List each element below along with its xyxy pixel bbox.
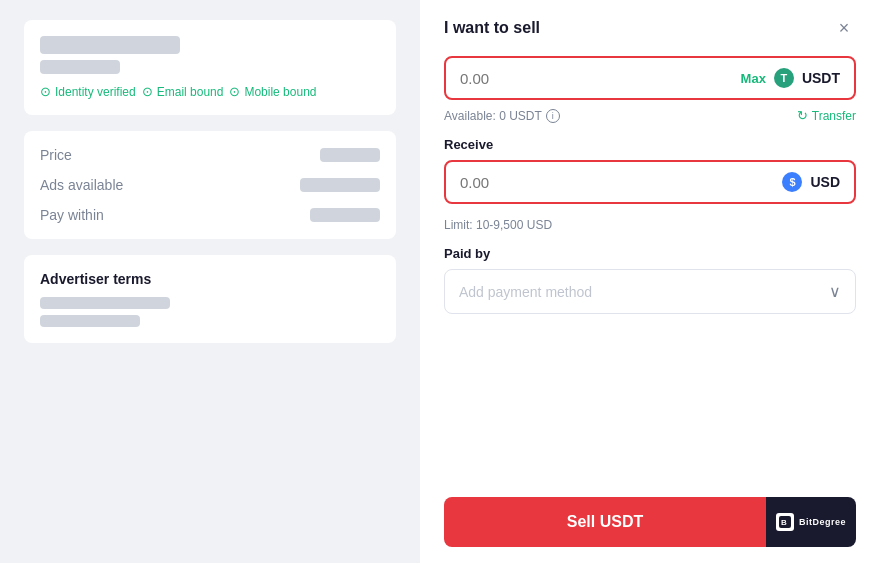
right-panel: I want to sell × Max T USDT Available: 0… [420, 0, 880, 563]
ads-label: Ads available [40, 177, 123, 193]
usdt-icon: T [774, 68, 794, 88]
available-label: Available: 0 USDT [444, 109, 542, 123]
mobile-badge: ⊙ Mobile bound [229, 84, 316, 99]
transfer-label: Transfer [812, 109, 856, 123]
identity-label: Identity verified [55, 85, 136, 99]
payment-method-dropdown[interactable]: Add payment method ∨ [444, 269, 856, 314]
avatar-blur [40, 36, 180, 54]
receive-input-group[interactable]: $ USD [444, 160, 856, 204]
bitdegree-logo-icon: B [776, 513, 794, 531]
svg-text:B: B [781, 518, 787, 527]
pay-within-value-blur [310, 208, 380, 222]
info-card: Price Ads available Pay within [24, 131, 396, 239]
badges-container: ⊙ Identity verified ⊙ Email bound ⊙ Mobi… [40, 84, 380, 99]
limit-text: Limit: 10-9,500 USD [444, 218, 856, 232]
refresh-icon: ↻ [797, 108, 808, 123]
advertiser-terms: Advertiser terms [24, 255, 396, 343]
modal-title: I want to sell [444, 19, 540, 37]
ads-row: Ads available [40, 177, 380, 193]
pay-within-row: Pay within [40, 207, 380, 223]
payment-placeholder: Add payment method [459, 284, 592, 300]
sell-currency-label: USDT [802, 70, 840, 86]
sell-row: Sell USDT B BitDegree [444, 497, 856, 547]
mobile-label: Mobile bound [244, 85, 316, 99]
max-button[interactable]: Max [741, 71, 766, 86]
terms-title: Advertiser terms [40, 271, 380, 287]
transfer-button[interactable]: ↻ Transfer [797, 108, 856, 123]
sell-input-group[interactable]: Max T USDT [444, 56, 856, 100]
price-label: Price [40, 147, 72, 163]
left-panel: ⊙ Identity verified ⊙ Email bound ⊙ Mobi… [0, 0, 420, 563]
price-value-blur [320, 148, 380, 162]
modal-header: I want to sell × [444, 16, 856, 40]
bitdegree-badge: B BitDegree [766, 497, 856, 547]
close-button[interactable]: × [832, 16, 856, 40]
name-blur [40, 60, 120, 74]
available-row: Available: 0 USDT i ↻ Transfer [444, 108, 856, 123]
identity-badge: ⊙ Identity verified [40, 84, 136, 99]
mobile-icon: ⊙ [229, 84, 240, 99]
ads-value-blur [300, 178, 380, 192]
email-badge: ⊙ Email bound [142, 84, 224, 99]
bitdegree-label: BitDegree [799, 517, 846, 527]
available-text: Available: 0 USDT i [444, 109, 560, 123]
advertiser-card: ⊙ Identity verified ⊙ Email bound ⊙ Mobi… [24, 20, 396, 115]
sell-amount-input[interactable] [460, 70, 650, 87]
receive-amount-input[interactable] [460, 174, 650, 191]
paid-by-label: Paid by [444, 246, 856, 261]
identity-icon: ⊙ [40, 84, 51, 99]
email-label: Email bound [157, 85, 224, 99]
info-icon: i [546, 109, 560, 123]
price-row: Price [40, 147, 380, 163]
terms-blur-1 [40, 297, 170, 309]
chevron-down-icon: ∨ [829, 282, 841, 301]
pay-within-label: Pay within [40, 207, 104, 223]
email-icon: ⊙ [142, 84, 153, 99]
receive-input-right: $ USD [782, 172, 840, 192]
usd-icon: $ [782, 172, 802, 192]
terms-blur-2 [40, 315, 140, 327]
sell-input-right: Max T USDT [741, 68, 840, 88]
receive-label: Receive [444, 137, 856, 152]
sell-button[interactable]: Sell USDT [444, 497, 766, 547]
receive-currency-label: USD [810, 174, 840, 190]
